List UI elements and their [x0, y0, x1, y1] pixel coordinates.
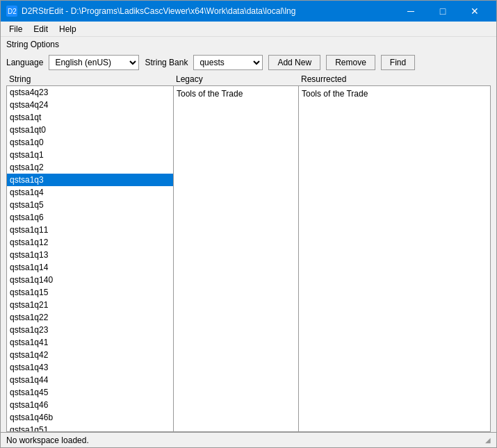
list-item[interactable]: qstsa1q3 [7, 174, 173, 186]
title-bar: D2 D2RStrEdit - D:\Programs\LadiksCascVi… [1, 1, 496, 22]
content-area: String Legacy Resurrected qstsa4q23qstsa… [1, 73, 496, 432]
string-bank-select[interactable]: questsexpansionstringpatchstringstring [193, 55, 263, 70]
list-item[interactable]: qstsa1q6 [7, 211, 173, 224]
list-item[interactable]: qstsa4q24 [7, 99, 173, 111]
string-column-header: String [6, 73, 173, 85]
minimize-button[interactable]: ─ [395, 1, 427, 22]
legacy-panel: Tools of the Trade [174, 86, 299, 431]
menu-bar: File Edit Help [1, 22, 496, 37]
list-item[interactable]: qstsa1q51 [7, 424, 173, 431]
list-item[interactable]: qstsa1q5 [7, 199, 173, 211]
list-item[interactable]: qstsa1q44 [7, 374, 173, 386]
list-item[interactable]: qstsa1q41 [7, 336, 173, 349]
menu-edit[interactable]: Edit [28, 23, 54, 35]
resurrected-value: Tools of the Trade [302, 89, 368, 99]
list-item[interactable]: qstsa1q2 [7, 161, 173, 174]
svg-text:D2: D2 [8, 8, 17, 15]
panels: qstsa4q23qstsa4q24qstsa1qtqstsa1qt0qstsa… [6, 85, 491, 432]
app-icon: D2 [6, 6, 17, 17]
list-item[interactable]: qstsa1q14 [7, 261, 173, 274]
legacy-column-header: Legacy [173, 73, 298, 85]
status-text: No workspace loaded. [6, 435, 89, 445]
main-window: D2 D2RStrEdit - D:\Programs\LadiksCascVi… [0, 0, 497, 448]
language-label: Language [6, 58, 43, 67]
status-bar: No workspace loaded. ◢ [1, 432, 496, 447]
language-select[interactable]: English (enUS)German (deDE)Spanish (esES… [49, 55, 139, 70]
find-button[interactable]: Find [381, 55, 415, 70]
string-options-label: String Options [1, 37, 496, 52]
list-item[interactable]: qstsa1q12 [7, 236, 173, 249]
list-item[interactable]: qstsa1q21 [7, 299, 173, 311]
list-item[interactable]: qstsa1q42 [7, 349, 173, 361]
string-list[interactable]: qstsa4q23qstsa4q24qstsa1qtqstsa1qt0qstsa… [7, 86, 173, 431]
list-item[interactable]: qstsa1q45 [7, 386, 173, 399]
resurrected-column-header: Resurrected [298, 73, 491, 85]
list-item[interactable]: qstsa1q0 [7, 136, 173, 149]
resize-grip: ◢ [485, 436, 491, 444]
toolbar: Language English (enUS)German (deDE)Span… [1, 52, 496, 73]
list-item[interactable]: qstsa1q15 [7, 286, 173, 299]
window-controls: ─ □ ✕ [395, 1, 491, 22]
string-bank-label: String Bank [145, 58, 188, 67]
list-item[interactable]: qstsa1q4 [7, 186, 173, 199]
list-item[interactable]: qstsa4q23 [7, 86, 173, 99]
list-item[interactable]: qstsa1q11 [7, 224, 173, 236]
window-title: D2RStrEdit - D:\Programs\LadiksCascViewe… [22, 6, 395, 16]
list-item[interactable]: qstsa1qt [7, 111, 173, 124]
string-panel: qstsa4q23qstsa4q24qstsa1qtqstsa1qt0qstsa… [7, 86, 174, 431]
menu-help[interactable]: Help [54, 23, 82, 35]
list-item[interactable]: qstsa1q13 [7, 249, 173, 261]
list-item[interactable]: qstsa1q46b [7, 411, 173, 424]
column-headers: String Legacy Resurrected [3, 73, 494, 85]
list-item[interactable]: qstsa1q22 [7, 311, 173, 324]
list-item[interactable]: qstsa1q46 [7, 399, 173, 411]
legacy-value: Tools of the Trade [177, 89, 243, 99]
resurrected-panel: Tools of the Trade [299, 86, 490, 431]
add-new-button[interactable]: Add New [268, 55, 320, 70]
close-button[interactable]: ✕ [459, 1, 491, 22]
menu-file[interactable]: File [3, 23, 28, 35]
list-item[interactable]: qstsa1q1 [7, 149, 173, 161]
remove-button[interactable]: Remove [326, 55, 375, 70]
list-item[interactable]: qstsa1q43 [7, 361, 173, 374]
list-item[interactable]: qstsa1q140 [7, 274, 173, 286]
maximize-button[interactable]: □ [427, 1, 459, 22]
list-item[interactable]: qstsa1q23 [7, 324, 173, 336]
list-item[interactable]: qstsa1qt0 [7, 124, 173, 136]
